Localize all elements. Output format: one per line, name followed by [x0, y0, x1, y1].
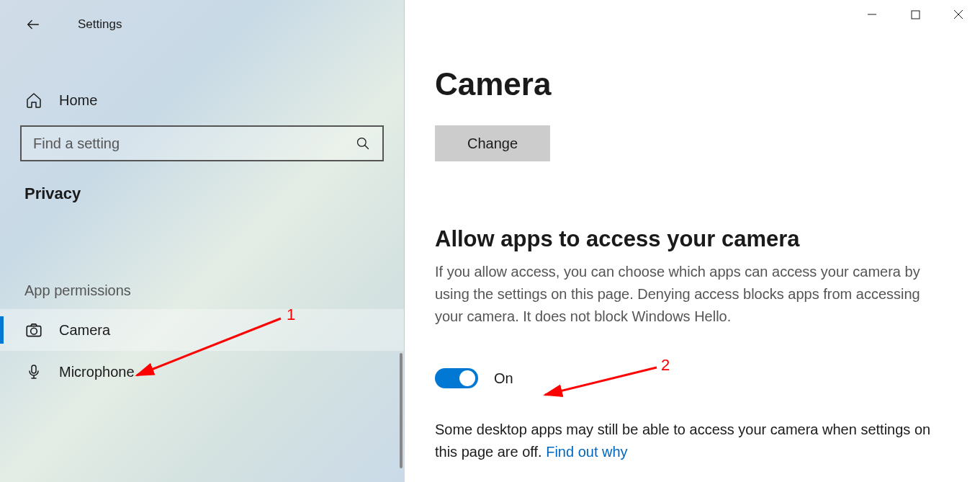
microphone-icon — [24, 362, 43, 381]
sidebar-item-home[interactable]: Home — [0, 79, 404, 121]
camera-icon — [24, 321, 43, 339]
toggle-state-label: On — [494, 370, 513, 387]
desktop-apps-note: Some desktop apps may still be able to a… — [435, 419, 950, 463]
sidebar: Settings Home Privacy App permissions Ca… — [0, 0, 405, 482]
back-arrow-icon — [25, 17, 41, 32]
sidebar-item-label: Microphone — [59, 364, 135, 380]
note-text: Some desktop apps may still be able to a… — [435, 421, 930, 460]
svg-rect-4 — [912, 11, 920, 19]
find-out-why-link[interactable]: Find out why — [546, 444, 627, 460]
sidebar-item-label: Home — [59, 92, 97, 109]
search-box[interactable] — [20, 125, 384, 161]
svg-point-2 — [31, 328, 37, 334]
back-button[interactable] — [22, 13, 45, 36]
toggle-knob — [459, 370, 475, 386]
main-content: Camera Change Allow apps to access your … — [405, 0, 980, 482]
search-input[interactable] — [33, 135, 355, 152]
window-minimize-button[interactable] — [850, 0, 894, 29]
search-icon — [355, 135, 371, 151]
minimize-icon — [867, 9, 877, 19]
sidebar-item-camera[interactable]: Camera — [0, 309, 404, 351]
svg-rect-3 — [32, 365, 36, 373]
sidebar-group-label: App permissions — [0, 218, 404, 309]
close-icon — [953, 9, 963, 19]
sidebar-item-label: Camera — [59, 322, 110, 339]
sidebar-scrollbar[interactable] — [400, 353, 403, 468]
window-maximize-button[interactable] — [894, 0, 937, 29]
window-title: Settings — [78, 17, 122, 32]
change-button[interactable]: Change — [435, 125, 550, 161]
sidebar-section-privacy: Privacy — [0, 174, 404, 218]
camera-access-toggle[interactable] — [435, 368, 478, 388]
maximize-icon — [911, 10, 920, 19]
allow-description: If you allow access, you can choose whic… — [435, 261, 950, 328]
window-close-button[interactable] — [937, 0, 980, 29]
home-icon — [24, 91, 43, 110]
page-title: Camera — [435, 66, 950, 102]
allow-heading: Allow apps to access your camera — [435, 226, 950, 252]
sidebar-item-microphone[interactable]: Microphone — [0, 351, 404, 393]
